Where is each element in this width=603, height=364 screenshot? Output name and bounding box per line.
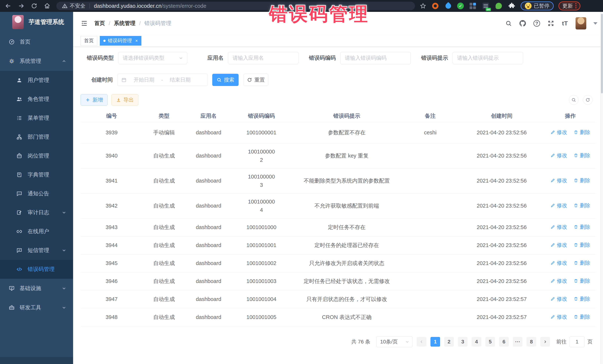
page-size-select[interactable]: 10条/页 [376, 336, 413, 347]
browser-back-icon[interactable] [5, 3, 12, 9]
start-date-input[interactable] [128, 77, 160, 83]
page-button-1[interactable]: 1 [430, 337, 440, 347]
sidebar-item-role-management[interactable]: 角色管理 [0, 90, 73, 109]
delete-link[interactable]: 删除 [573, 201, 590, 210]
page-button-5[interactable]: 5 [485, 337, 495, 347]
breadcrumb-system[interactable]: 系统管理 [114, 20, 135, 27]
code-icon [16, 266, 23, 272]
edit-link[interactable]: 修改 [550, 176, 567, 184]
security-label: 不安全 [70, 2, 85, 10]
delete-link[interactable]: 删除 [573, 277, 590, 285]
browser-reload-icon[interactable] [31, 3, 37, 9]
sidebar-item-home[interactable]: 首页 [0, 32, 73, 52]
edit-link[interactable]: 修改 [550, 295, 567, 303]
edit-link[interactable]: 修改 [550, 223, 567, 231]
sidebar-item-notice[interactable]: 通知公告 [0, 184, 73, 203]
help-icon[interactable]: ? [533, 20, 540, 27]
edit-link[interactable]: 修改 [550, 241, 567, 249]
tag-error-code[interactable]: 错误码管理 × [100, 36, 141, 46]
browser-update-button[interactable]: 更新 [558, 1, 580, 10]
filter-label-app-name: 应用名 [197, 54, 224, 62]
browser-forward-icon[interactable] [18, 3, 24, 9]
header-search-icon[interactable] [505, 20, 512, 27]
create-time-range-picker[interactable]: - [117, 74, 208, 86]
delete-link[interactable]: 删除 [573, 313, 590, 321]
chevron-down-icon [62, 248, 66, 253]
sidebar-item-system-management[interactable]: 系统管理 [0, 52, 73, 71]
edit-link[interactable]: 修改 [550, 277, 567, 285]
sidebar-item-audit-log[interactable]: 审计日志 [0, 203, 73, 222]
address-bar[interactable]: 不安全 dashboard.yudao.iocoder.cn /system/e… [56, 2, 415, 10]
sidebar-item-error-code[interactable]: 错误码管理 [0, 260, 73, 279]
delete-link[interactable]: 删除 [573, 176, 590, 184]
reset-button[interactable]: 重置 [244, 74, 268, 86]
edit-link[interactable]: 修改 [550, 259, 567, 267]
fullscreen-icon[interactable] [547, 20, 554, 27]
error-message-input[interactable] [452, 52, 523, 64]
goto-label: 前往 [556, 338, 567, 345]
edit-link[interactable]: 修改 [550, 201, 567, 210]
add-button[interactable]: 新增 [81, 94, 108, 106]
page-button-3[interactable]: 3 [458, 337, 468, 347]
page-button-8[interactable]: 8 [527, 337, 536, 347]
search-button[interactable]: 搜索 [212, 74, 239, 86]
extension-orange-icon[interactable] [431, 2, 439, 10]
caret-down-icon[interactable] [593, 22, 597, 25]
extensions-puzzle-icon[interactable] [508, 2, 516, 10]
sidebar-item-user-management[interactable]: 用户管理 [0, 71, 73, 90]
refresh-table-button[interactable] [583, 95, 593, 105]
edit-link[interactable]: 修改 [550, 128, 567, 136]
github-icon[interactable] [519, 20, 526, 27]
delete-link[interactable]: 删除 [573, 259, 590, 267]
extension-check-icon[interactable]: ✓ [457, 3, 464, 9]
app-logo-image [12, 15, 24, 29]
delete-link[interactable]: 删除 [573, 151, 590, 159]
tag-home[interactable]: 首页 [81, 36, 97, 46]
next-page-button[interactable] [540, 337, 550, 347]
delete-link[interactable]: 删除 [573, 241, 590, 249]
breadcrumb-home[interactable]: 首页 [94, 20, 105, 27]
error-type-select[interactable]: 请选择错误码类型 [118, 52, 187, 64]
tag-close-icon[interactable]: × [135, 38, 138, 43]
extension-switch-icon[interactable]: on [482, 2, 490, 10]
profile-paused-badge[interactable]: 已暂停 [521, 1, 554, 10]
bookmark-star-icon[interactable] [420, 3, 426, 9]
dashboard-icon [9, 39, 15, 45]
error-code-input[interactable] [340, 52, 411, 64]
delete-link[interactable]: 删除 [573, 295, 590, 303]
user-avatar[interactable] [576, 17, 586, 30]
sidebar-item-menu-management[interactable]: 菜单管理 [0, 109, 73, 128]
extension-grid-icon[interactable] [469, 2, 477, 10]
delete-link[interactable]: 删除 [573, 128, 590, 136]
goto-page-input[interactable] [570, 336, 584, 347]
edit-link[interactable]: 修改 [550, 313, 567, 321]
extension-drop-icon[interactable] [444, 2, 452, 10]
export-button[interactable]: 导出 [111, 94, 139, 106]
font-size-icon[interactable]: tT [561, 20, 568, 27]
browser-home-icon[interactable] [44, 3, 50, 9]
org-tree-icon [16, 134, 23, 140]
sidebar-item-dev-tools[interactable]: 研发工具 [0, 298, 73, 317]
app-name-input[interactable] [228, 52, 299, 64]
sidebar-item-dict-management[interactable]: 字典管理 [0, 165, 73, 184]
update-label: 更新 [562, 2, 573, 10]
edit-link[interactable]: 修改 [550, 151, 567, 159]
page-button-2[interactable]: 2 [444, 337, 454, 347]
page-ellipsis-button[interactable]: ··· [513, 337, 522, 347]
extension-green-icon[interactable] [495, 2, 503, 10]
prev-page-button[interactable] [417, 337, 426, 347]
page-button-6[interactable]: 6 [499, 337, 509, 347]
app-logo[interactable]: 芋道管理系统 [0, 12, 73, 32]
scrollbar-thumb[interactable] [601, 14, 603, 93]
sidebar-item-sms-management[interactable]: 短信管理 [0, 241, 73, 260]
sidebar-item-infrastructure[interactable]: 基础设施 [0, 279, 73, 298]
hamburger-fold-icon[interactable] [81, 20, 88, 27]
sidebar-item-dept-management[interactable]: 部门管理 [0, 128, 73, 146]
page-button-4[interactable]: 4 [472, 337, 481, 347]
delete-link[interactable]: 删除 [573, 223, 590, 231]
toggle-search-button[interactable] [569, 95, 579, 105]
sidebar-item-post-management[interactable]: 岗位管理 [0, 146, 73, 165]
page-scrollbar[interactable] [600, 12, 603, 364]
sidebar-item-online-users[interactable]: 在线用户 [0, 222, 73, 241]
end-date-input[interactable] [164, 77, 196, 83]
